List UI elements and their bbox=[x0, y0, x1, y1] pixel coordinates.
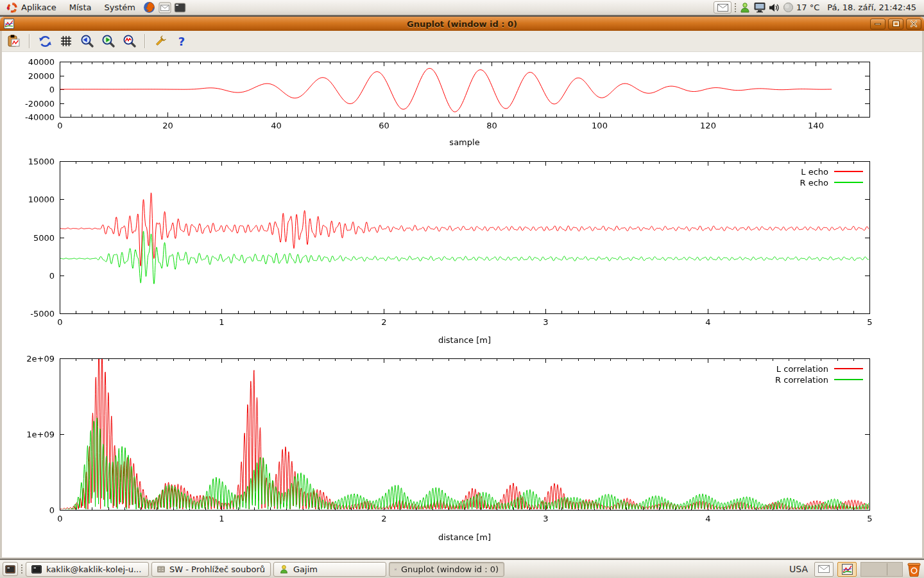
gnome-top-panel: Aplikace Místa Systém bbox=[0, 0, 924, 15]
minimize-button[interactable] bbox=[870, 19, 886, 30]
menu-applications-label: Aplikace bbox=[21, 3, 56, 12]
gnuplot-window: Gnuplot (window id : 0) bbox=[0, 17, 924, 559]
chart2-xlabel: distance [m] bbox=[438, 335, 491, 345]
legend-r-echo: R echo bbox=[800, 177, 863, 188]
plot-area: sample distance [m] distance [m] L echo … bbox=[2, 52, 922, 557]
gajim-status-icon[interactable] bbox=[739, 2, 751, 13]
legend-line-green bbox=[834, 379, 863, 380]
maximize-button[interactable] bbox=[888, 19, 903, 30]
zoom-previous-icon bbox=[80, 34, 94, 48]
window-title: Gnuplot (window id : 0) bbox=[0, 19, 924, 29]
window-selector-gnuplot[interactable] bbox=[837, 562, 857, 577]
legend-line-red bbox=[834, 368, 863, 369]
terminal-launcher[interactable] bbox=[173, 0, 188, 15]
panel-status-area: 17 °C Pá, 18. září, 21:42:45 bbox=[714, 1, 924, 13]
window-list-tray bbox=[860, 562, 903, 577]
legend-l-correlation: L correlation bbox=[776, 363, 863, 374]
maximize-icon bbox=[893, 21, 899, 26]
mail-launcher[interactable] bbox=[157, 0, 173, 15]
task-label: SW - Prohlížeč souborů bbox=[169, 565, 265, 574]
firefox-icon bbox=[143, 1, 155, 13]
weather-icon[interactable] bbox=[783, 2, 794, 13]
mail-notification-button[interactable] bbox=[714, 1, 732, 13]
firefox-launcher[interactable] bbox=[142, 0, 157, 15]
terminal-icon bbox=[31, 565, 42, 574]
legend-label: L echo bbox=[801, 167, 828, 177]
tray-handle[interactable] bbox=[734, 3, 737, 13]
grid-icon bbox=[60, 35, 73, 48]
wrench-icon bbox=[153, 34, 167, 48]
tasklist-handle[interactable] bbox=[21, 564, 23, 574]
gnuplot-icon bbox=[395, 565, 397, 574]
zoom-reset-icon bbox=[123, 34, 137, 48]
close-button[interactable] bbox=[906, 19, 921, 30]
menu-system-label: Systém bbox=[104, 3, 135, 12]
task-gnuplot[interactable]: Gnuplot (window id : 0) bbox=[389, 562, 504, 577]
toolbar-separator bbox=[144, 34, 146, 48]
menu-applications[interactable]: Aplikace bbox=[0, 0, 63, 15]
refresh-button[interactable] bbox=[37, 33, 53, 49]
mail-icon bbox=[158, 2, 171, 13]
menu-system[interactable]: Systém bbox=[98, 0, 141, 15]
zoom-previous-button[interactable] bbox=[79, 33, 96, 49]
task-label: Gnuplot (window id : 0) bbox=[401, 565, 499, 574]
task-label: kaklik@kaklik-kolej-u... bbox=[46, 565, 141, 574]
file-manager-icon bbox=[157, 565, 165, 574]
task-gajim[interactable]: Gajim bbox=[273, 562, 386, 577]
legend-line-red bbox=[834, 171, 863, 172]
tray-separator bbox=[887, 563, 887, 575]
gajim-icon bbox=[279, 565, 289, 574]
menu-places-label: Místa bbox=[69, 3, 92, 12]
refresh-icon bbox=[38, 35, 52, 48]
zoom-next-icon bbox=[101, 34, 116, 48]
close-icon bbox=[910, 20, 918, 28]
export-icon bbox=[7, 34, 21, 48]
clock-label[interactable]: Pá, 18. září, 21:42:45 bbox=[823, 3, 920, 12]
terminal-icon bbox=[5, 565, 15, 574]
minimize-icon bbox=[875, 23, 881, 25]
task-terminal[interactable]: kaklik@kaklik-kolej-u... bbox=[26, 562, 149, 577]
task-file-manager[interactable]: SW - Prohlížeč souborů bbox=[151, 562, 271, 577]
zoom-reset-button[interactable] bbox=[121, 33, 138, 49]
gnuplot-toolbar: ? bbox=[2, 31, 922, 52]
terminal-icon bbox=[174, 3, 186, 13]
legend-l-echo: L echo bbox=[801, 166, 863, 177]
trash-icon[interactable] bbox=[907, 561, 921, 577]
taskbar-right-area: USA bbox=[787, 561, 921, 577]
display-icon[interactable] bbox=[753, 2, 766, 13]
export-button[interactable] bbox=[6, 33, 22, 49]
zoom-next-button[interactable] bbox=[100, 33, 117, 49]
mail-tray-button[interactable] bbox=[814, 562, 834, 577]
legend-r-correlation: R correlation bbox=[775, 374, 863, 385]
legend-label: L correlation bbox=[776, 364, 828, 374]
taskbar: kaklik@kaklik-kolej-u... SW - Prohlížeč … bbox=[0, 559, 924, 578]
temperature-label[interactable]: 17 °C bbox=[796, 3, 821, 12]
gnuplot-icon bbox=[842, 564, 853, 575]
show-desktop-button[interactable] bbox=[3, 562, 18, 576]
task-label: Gajim bbox=[293, 565, 318, 574]
grid-button[interactable] bbox=[58, 33, 74, 49]
legend-label: R echo bbox=[800, 178, 828, 188]
keyboard-layout-indicator[interactable]: USA bbox=[787, 564, 810, 574]
envelope-icon bbox=[717, 4, 728, 12]
legend-label: R correlation bbox=[775, 375, 828, 385]
configure-button[interactable] bbox=[152, 33, 169, 49]
chart3-xlabel: distance [m] bbox=[438, 532, 491, 542]
ubuntu-logo-icon bbox=[6, 2, 18, 13]
help-button[interactable]: ? bbox=[173, 33, 190, 49]
help-icon: ? bbox=[178, 35, 185, 48]
menu-places[interactable]: Místa bbox=[63, 0, 98, 15]
volume-icon[interactable] bbox=[769, 3, 780, 13]
legend-line-green bbox=[834, 182, 863, 183]
titlebar[interactable]: Gnuplot (window id : 0) bbox=[0, 17, 924, 31]
charts-canvas[interactable] bbox=[2, 52, 922, 557]
envelope-icon bbox=[818, 565, 830, 573]
chart1-xlabel: sample bbox=[449, 137, 479, 147]
toolbar-separator bbox=[29, 34, 30, 48]
